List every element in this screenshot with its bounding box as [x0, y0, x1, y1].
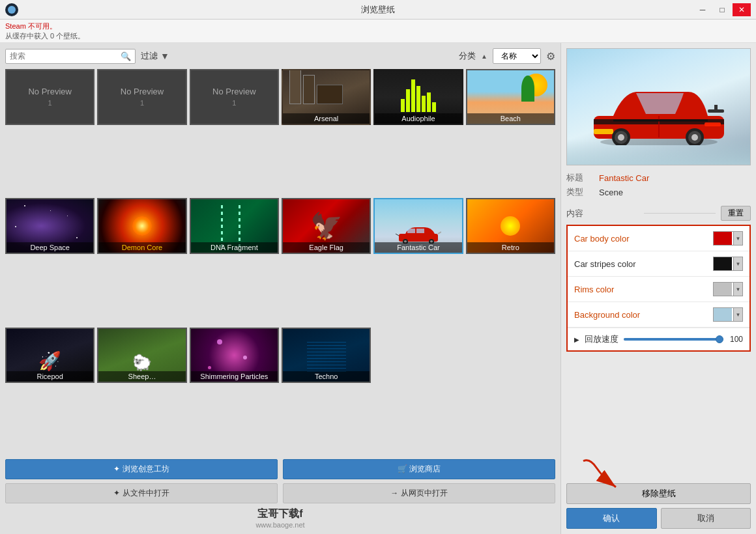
watermark-text: 宝哥下载f — [5, 507, 555, 521]
car-stripes-color-swatch — [714, 257, 732, 270]
prop-row-background: Background color ▼ — [568, 302, 749, 328]
window-controls: ─ □ ✕ — [693, 3, 751, 16]
speed-fill — [624, 338, 720, 341]
prop-row-rims: Rims color ▼ — [568, 277, 749, 302]
wallpaper-item-beach[interactable]: Beach — [466, 69, 555, 125]
right-panel: 标题 Fantastic Car 类型 Scene 内容 重置 Car body… — [560, 43, 756, 534]
search-box[interactable]: 🔍 — [5, 49, 136, 64]
background-color-picker[interactable]: ▼ — [713, 307, 743, 322]
car-body-color-picker[interactable]: ▼ — [713, 231, 743, 246]
wallpaper-label-deep-space: Deep Space — [7, 242, 93, 253]
car-stripes-color-picker[interactable]: ▼ — [713, 257, 743, 271]
type-value: Scene — [599, 188, 623, 197]
cancel-button[interactable]: 取消 — [661, 508, 751, 529]
speed-thumb[interactable] — [716, 335, 723, 343]
wallpaper-item-fantastic[interactable]: Fantastic Car — [373, 198, 463, 254]
wallpaper-label-shimmering: Shimmering Particles — [191, 371, 278, 382]
search-input[interactable] — [10, 51, 121, 61]
steam-status-bar: Steam 不可用。 从缓存中获入 0 个壁纸。 — [0, 20, 756, 43]
sort-select[interactable]: 名称 日期 — [493, 48, 541, 64]
toolbar: 🔍 过滤 ▼ 分类 ▲ 名称 日期 ⚙ — [5, 48, 555, 64]
title-label: 标题 — [566, 172, 599, 184]
prop-row-car-stripes: Car stripes color ▼ — [568, 251, 749, 277]
browse-workshop-button[interactable]: ✦ 浏览创意工坊 — [5, 459, 278, 479]
steam-logo-icon — [5, 3, 18, 16]
bottom-buttons: ✦ 浏览创意工坊 🛒 浏览商店 ✦ 从文件中打开 → 从网页中打开 — [5, 459, 555, 503]
wallpaper-item-eagle[interactable]: 🦅 Eagle Flag — [282, 198, 371, 254]
spacer — [566, 352, 751, 483]
info-section: 标题 Fantastic Car 类型 Scene — [566, 172, 751, 201]
wallpaper-item-ricepod[interactable]: 🚀 Ricepod — [5, 328, 94, 384]
wallpaper-item-noprev2[interactable]: No Preview 1 — [97, 69, 186, 125]
rims-color-picker[interactable]: ▼ — [713, 282, 743, 296]
wallpaper-label-demon-core: Demon Core — [98, 242, 185, 253]
reset-button[interactable]: 重置 — [721, 206, 751, 221]
watermark: 宝哥下载f www.baoge.net — [5, 507, 555, 529]
speed-slider-container[interactable] — [624, 334, 720, 344]
speed-track — [624, 338, 720, 341]
close-button[interactable]: ✕ — [733, 3, 751, 16]
play-button[interactable]: ▶ — [574, 336, 579, 343]
open-file-button[interactable]: ✦ 从文件中打开 — [5, 483, 278, 503]
confirm-row: 确认 取消 — [566, 508, 751, 529]
bottom-row-2: ✦ 从文件中打开 → 从网页中打开 — [5, 483, 555, 503]
wallpaper-label-eagle: Eagle Flag — [283, 242, 370, 253]
wallpaper-item-deep-space[interactable]: Deep Space — [5, 198, 94, 254]
wallpaper-label-retro: Retro — [467, 242, 554, 253]
watermark-url: www.baoge.net — [5, 521, 555, 529]
sort-area: 分类 ▲ 名称 日期 ⚙ — [459, 48, 555, 64]
car-stripes-color-label: Car stripes color — [574, 259, 713, 269]
maximize-button[interactable]: □ — [713, 3, 731, 16]
wallpaper-item-retro[interactable]: Retro — [466, 198, 555, 254]
left-panel: 🔍 过滤 ▼ 分类 ▲ 名称 日期 ⚙ No Preview — [0, 43, 560, 534]
car-body-color-arrow: ▼ — [733, 232, 742, 245]
speed-row: ▶ 回放速度 100 — [568, 328, 749, 350]
svg-rect-4 — [416, 229, 424, 233]
wallpaper-label-ricepod: Ricepod — [7, 371, 93, 382]
car-body-color-swatch — [714, 232, 732, 245]
wallpaper-item-arsenal[interactable]: Arsenal — [282, 69, 371, 125]
svg-point-19 — [618, 134, 624, 141]
wallpaper-item-techno[interactable]: Techno — [282, 328, 371, 384]
wallpaper-item-noprev1[interactable]: No Preview 1 — [5, 69, 94, 125]
wallpaper-label-fantastic: Fantastic Car — [375, 242, 461, 253]
bottom-row-1: ✦ 浏览创意工坊 🛒 浏览商店 — [5, 459, 555, 479]
wallpaper-item-noprev3[interactable]: No Preview 1 — [190, 69, 279, 125]
wallpaper-item-demon-core[interactable]: Demon Core — [97, 198, 186, 254]
wallpaper-label-audiophile: Audiophile — [375, 113, 461, 124]
minimize-button[interactable]: ─ — [693, 3, 712, 16]
open-web-button[interactable]: → 从网页中打开 — [283, 483, 555, 503]
content-label: 内容 — [566, 208, 639, 219]
speed-value: 100 — [725, 335, 743, 344]
browse-store-button[interactable]: 🛒 浏览商店 — [283, 459, 555, 479]
wallpaper-label-arsenal: Arsenal — [283, 113, 370, 124]
content-divider — [644, 213, 716, 214]
car-stripes-color-arrow: ▼ — [733, 257, 742, 270]
wallpaper-item-dna[interactable]: DNA Fragment — [190, 198, 279, 254]
steam-cache-text: 从缓存中获入 0 个壁纸。 — [5, 31, 751, 41]
speed-label: 回放速度 — [585, 333, 618, 345]
wallpaper-grid: No Preview 1 No Preview 1 No Preview 1 — [5, 69, 555, 454]
wallpaper-item-audiophile[interactable]: Audiophile — [373, 69, 463, 125]
remove-wallpaper-button[interactable]: 移除壁纸 — [566, 483, 751, 504]
preview-image — [566, 48, 751, 165]
prop-row-car-body: Car body color ▼ — [568, 226, 749, 251]
window-title: 浏览壁纸 — [361, 4, 395, 16]
svg-rect-14 — [714, 105, 718, 113]
wallpaper-item-shimmering[interactable]: Shimmering Particles — [190, 328, 279, 384]
wallpaper-item-sheep[interactable]: 🐑 Sheep… — [97, 328, 186, 384]
car-body-color-label: Car body color — [574, 234, 713, 244]
svg-point-0 — [8, 6, 16, 14]
main-container: 🔍 过滤 ▼ 分类 ▲ 名称 日期 ⚙ No Preview — [0, 43, 756, 534]
filter-area[interactable]: 过滤 ▼ — [141, 50, 169, 62]
info-row-title: 标题 Fantastic Car — [566, 172, 751, 184]
sort-direction-icon: ▲ — [481, 53, 487, 60]
settings-icon[interactable]: ⚙ — [546, 50, 555, 63]
search-icon[interactable]: 🔍 — [121, 51, 131, 61]
wallpaper-label-beach: Beach — [467, 113, 554, 124]
background-color-swatch — [714, 308, 732, 321]
wallpaper-label-techno: Techno — [283, 371, 370, 382]
confirm-button[interactable]: 确认 — [566, 508, 657, 529]
svg-point-22 — [691, 134, 698, 141]
svg-rect-15 — [594, 129, 613, 134]
